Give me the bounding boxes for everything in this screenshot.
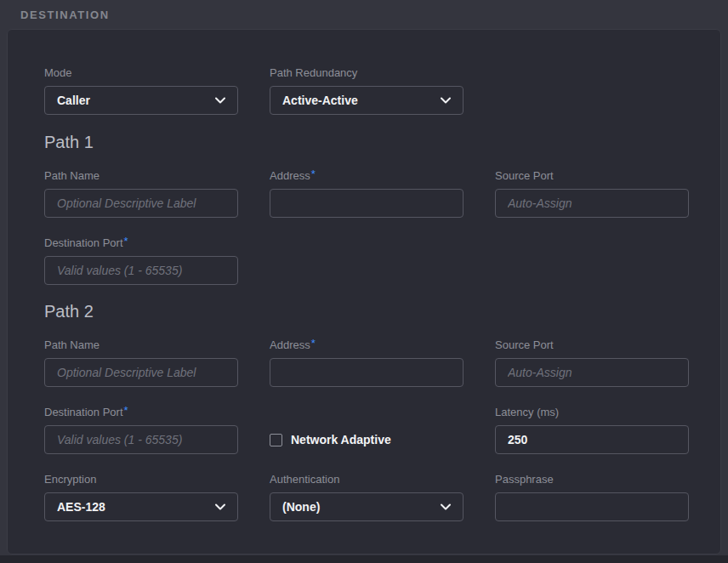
path1-source-port-input[interactable]: [495, 189, 689, 218]
path2-destination-port-label: Destination Port*: [44, 406, 238, 419]
path1-row-1: Path Name Address* Source Port: [44, 169, 686, 218]
network-adaptive-label[interactable]: Network Adaptive: [291, 433, 391, 446]
required-asterisk: *: [311, 168, 316, 180]
path2-row-1: Path Name Address* Source Port: [44, 338, 686, 387]
chevron-down-icon: [441, 503, 451, 510]
path1-destination-port-field: Destination Port*: [44, 236, 238, 285]
path1-address-input[interactable]: [270, 189, 464, 218]
passphrase-label: Passphrase: [495, 473, 689, 486]
path2-name-label: Path Name: [44, 338, 238, 352]
spacer: [495, 66, 689, 115]
required-asterisk: *: [124, 235, 128, 247]
path-redundancy-select-value: Active-Active: [282, 94, 358, 107]
spacer: [270, 236, 464, 285]
mode-select[interactable]: Caller: [44, 86, 238, 115]
path-redundancy-field: Path Redundancy Active-Active: [270, 66, 464, 115]
destination-panel: Mode Caller Path Redundancy Active-Activ…: [7, 29, 721, 554]
network-adaptive-group: Network Adaptive: [270, 425, 464, 454]
authentication-select[interactable]: (None): [270, 492, 464, 521]
row-mode-redundancy: Mode Caller Path Redundancy Active-Activ…: [44, 66, 686, 115]
path2-source-port-input[interactable]: [495, 358, 689, 387]
path-redundancy-label: Path Redundancy: [270, 66, 464, 80]
path1-name-input[interactable]: [44, 189, 238, 218]
path1-name-field: Path Name: [44, 169, 238, 218]
path1-address-label: Address*: [270, 169, 464, 183]
required-asterisk: *: [311, 337, 316, 350]
path2-source-port-label: Source Port: [495, 338, 689, 352]
path1-heading: Path 1: [44, 133, 686, 152]
passphrase-input[interactable]: [495, 492, 689, 521]
path2-destination-port-field: Destination Port*: [44, 406, 238, 454]
path2-destination-port-input[interactable]: [44, 425, 238, 454]
path2-name-input[interactable]: [44, 358, 238, 387]
mode-select-value: Caller: [57, 94, 90, 107]
latency-label: Latency (ms): [495, 406, 689, 419]
path2-address-label: Address*: [270, 338, 464, 352]
section-title: DESTINATION: [20, 9, 708, 21]
path1-destination-port-label: Destination Port*: [44, 236, 238, 250]
next-section-edge: [0, 555, 728, 563]
spacer: [495, 236, 689, 285]
latency-input[interactable]: [495, 425, 689, 454]
encryption-select[interactable]: AES-128: [44, 492, 238, 521]
path2-name-field: Path Name: [44, 338, 238, 387]
network-adaptive-checkbox[interactable]: [270, 434, 282, 446]
chevron-down-icon: [215, 503, 225, 510]
authentication-field: Authentication (None): [270, 473, 464, 521]
path1-address-field: Address*: [270, 169, 464, 218]
latency-field: Latency (ms): [495, 406, 689, 454]
path2-address-input[interactable]: [270, 358, 464, 387]
chevron-down-icon: [215, 97, 225, 104]
encryption-select-value: AES-128: [57, 500, 105, 514]
path2-address-field: Address*: [270, 338, 464, 387]
path2-row-2: Destination Port* Network Adaptive Laten…: [44, 406, 686, 454]
network-adaptive-field: Network Adaptive: [270, 406, 464, 454]
path-redundancy-select[interactable]: Active-Active: [270, 86, 464, 115]
passphrase-field: Passphrase: [495, 473, 689, 521]
mode-label: Mode: [44, 66, 238, 80]
authentication-select-value: (None): [282, 500, 320, 514]
row-encryption: Encryption AES-128 Authentication (None)…: [44, 473, 686, 521]
path1-source-port-label: Source Port: [495, 169, 689, 183]
chevron-down-icon: [441, 97, 451, 104]
path1-row-2: Destination Port*: [44, 236, 686, 285]
path1-source-port-field: Source Port: [495, 169, 689, 218]
authentication-label: Authentication: [270, 473, 464, 486]
page-header: DESTINATION: [0, 0, 728, 29]
mode-field: Mode Caller: [44, 66, 238, 115]
path2-source-port-field: Source Port: [495, 338, 689, 387]
path2-heading: Path 2: [44, 302, 686, 321]
path1-destination-port-input[interactable]: [44, 256, 238, 285]
encryption-label: Encryption: [44, 473, 238, 486]
required-asterisk: *: [124, 404, 128, 417]
encryption-field: Encryption AES-128: [44, 473, 238, 521]
path1-name-label: Path Name: [44, 169, 238, 183]
